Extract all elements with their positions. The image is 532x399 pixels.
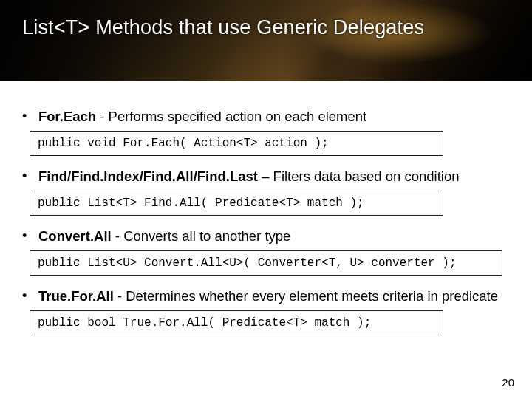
bullet-text: Find/Find.Index/Find.All/Find.Last – Fil…: [38, 168, 460, 185]
code-trueforall: public bool True.For.All( Predicate<T> m…: [30, 310, 443, 335]
bullet-desc: - Converts all to another type: [112, 228, 291, 244]
bullet-dot-icon: •: [22, 228, 28, 244]
bullet-name: Convert.All: [38, 228, 112, 244]
bullet-name: True.For.All: [38, 288, 114, 304]
bullet-dot-icon: •: [22, 168, 28, 184]
title-banner: List<T> Methods that use Generic Delegat…: [0, 0, 532, 81]
bullet-dot-icon: •: [22, 287, 28, 304]
bullet-desc: - Performs specified action on each elem…: [96, 109, 366, 124]
slide-body: • For.Each - Performs specified action o…: [0, 81, 532, 335]
slide: List<T> Methods that use Generic Delegat…: [0, 0, 532, 399]
code-foreach: public void For.Each( Action<T> action )…: [30, 131, 443, 156]
code-convertall: public List<U> Convert.All<U>( Converter…: [30, 250, 502, 276]
bullet-convertall: • Convert.All - Converts all to another …: [22, 228, 510, 245]
slide-title: List<T> Methods that use Generic Delegat…: [22, 16, 517, 39]
bullet-text: Convert.All - Converts all to another ty…: [38, 228, 290, 245]
code-findall: public List<T> Find.All( Predicate<T> ma…: [30, 191, 443, 216]
bullet-trueforall: • True.For.All - Determines whether ever…: [22, 287, 510, 304]
bullet-name: Find/Find.Index/Find.All/Find.Last: [38, 168, 258, 184]
bullet-name: For.Each: [38, 109, 96, 124]
bullet-find: • Find/Find.Index/Find.All/Find.Last – F…: [22, 168, 510, 185]
bullet-desc: – Filters data based on condition: [258, 168, 460, 184]
bullet-text: True.For.All - Determines whether every …: [38, 287, 498, 304]
bullet-foreach: • For.Each - Performs specified action o…: [22, 108, 510, 125]
page-number: 20: [502, 376, 514, 389]
bullet-text: For.Each - Performs specified action on …: [38, 108, 366, 125]
bullet-desc: - Determines whether every element meets…: [114, 288, 498, 304]
bullet-dot-icon: •: [22, 108, 28, 124]
